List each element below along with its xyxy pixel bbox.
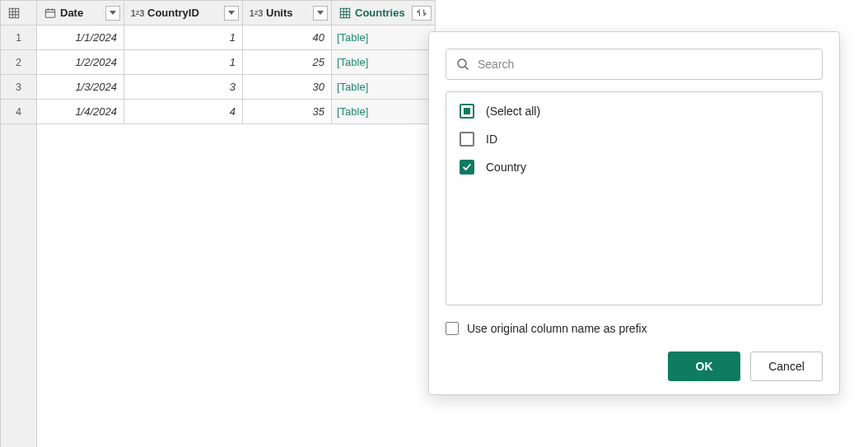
cell-countries-link[interactable]: [Table] — [332, 50, 436, 75]
option-select-all[interactable]: (Select all) — [460, 104, 809, 119]
checkbox-indeterminate[interactable] — [460, 104, 474, 119]
cell-country-id[interactable]: 1 — [124, 26, 243, 50]
calendar-icon — [44, 7, 57, 20]
ok-button[interactable]: OK — [668, 352, 740, 381]
row-number[interactable]: 2 — [1, 50, 37, 75]
svg-rect-9 — [340, 8, 349, 17]
column-header-units[interactable]: 123 Units — [243, 1, 332, 26]
cell-units[interactable]: 30 — [243, 75, 332, 100]
checkbox-unchecked[interactable] — [460, 132, 474, 147]
column-label: CountryID — [147, 7, 221, 19]
filter-button-country-id[interactable] — [224, 6, 239, 21]
prefix-option[interactable]: Use original column name as prefix — [446, 322, 823, 335]
checkbox-unchecked[interactable] — [446, 322, 459, 335]
cell-country-id[interactable]: 4 — [124, 100, 243, 124]
prefix-label: Use original column name as prefix — [467, 322, 647, 335]
cell-countries-link[interactable]: [Table] — [332, 26, 436, 50]
cell-country-id[interactable]: 1 — [124, 50, 243, 75]
svg-rect-5 — [45, 9, 54, 17]
option-label: Country — [486, 161, 526, 174]
cell-units[interactable]: 25 — [243, 50, 332, 75]
number-type-icon: 123 — [131, 7, 144, 20]
column-label: Units — [266, 7, 310, 19]
cell-countries-link[interactable]: [Table] — [332, 75, 436, 100]
option-id[interactable]: ID — [460, 132, 809, 147]
cancel-button[interactable]: Cancel — [750, 352, 823, 381]
cell-date[interactable]: 1/4/2024 — [37, 100, 124, 124]
row-number[interactable]: 3 — [1, 75, 37, 100]
expand-button-countries[interactable] — [412, 6, 432, 21]
svg-line-15 — [465, 67, 469, 70]
column-label: Date — [60, 7, 102, 19]
table-icon — [338, 7, 352, 20]
cell-country-id[interactable]: 3 — [124, 75, 243, 100]
cell-countries-link[interactable]: [Table] — [332, 100, 436, 124]
column-options-list: (Select all) ID Country — [446, 91, 823, 305]
option-label: (Select all) — [486, 105, 540, 118]
filter-button-units[interactable] — [313, 6, 328, 21]
search-input[interactable] — [476, 57, 812, 72]
number-type-icon: 123 — [250, 7, 263, 20]
option-country[interactable]: Country — [460, 160, 809, 175]
row-header-corner[interactable] — [1, 1, 37, 26]
row-number[interactable]: 1 — [1, 26, 37, 50]
cell-date[interactable]: 1/2/2024 — [37, 50, 124, 75]
cell-date[interactable]: 1/3/2024 — [37, 75, 124, 100]
search-field-wrap[interactable] — [446, 49, 823, 80]
table-icon — [7, 7, 21, 20]
column-header-countries[interactable]: Countries — [332, 1, 436, 26]
row-number[interactable]: 4 — [1, 100, 37, 124]
filter-button-date[interactable] — [105, 6, 120, 21]
cell-units[interactable]: 35 — [243, 100, 332, 124]
expand-column-popup: (Select all) ID Country Use original col… — [428, 31, 840, 395]
svg-point-14 — [458, 59, 466, 68]
svg-rect-0 — [9, 8, 18, 17]
search-icon — [456, 58, 469, 71]
column-label: Countries — [355, 7, 408, 19]
checkbox-checked[interactable] — [460, 160, 474, 175]
cell-date[interactable]: 1/1/2024 — [37, 26, 124, 50]
column-header-country-id[interactable]: 123 CountryID — [124, 1, 243, 26]
cell-units[interactable]: 40 — [243, 26, 332, 50]
option-label: ID — [486, 133, 497, 146]
column-header-date[interactable]: Date — [37, 1, 124, 26]
